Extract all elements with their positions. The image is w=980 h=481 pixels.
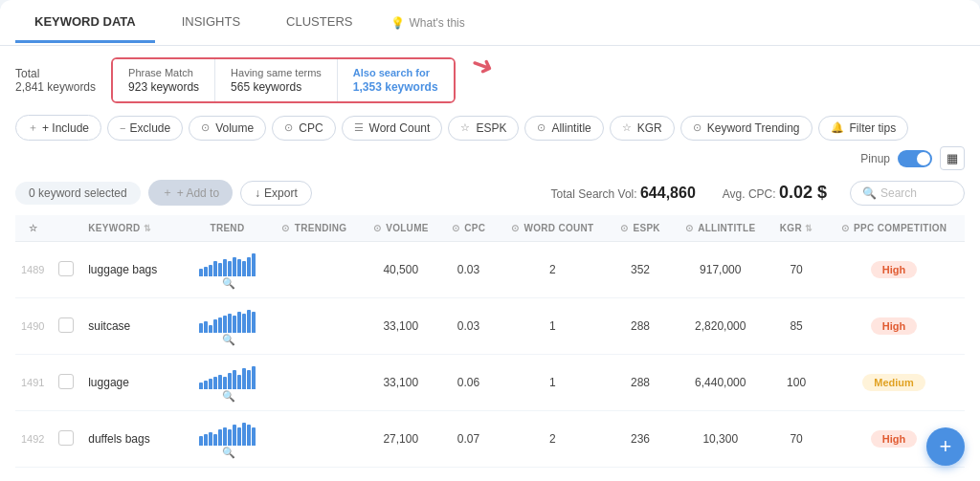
keyword-table-container: ☆ KEYWORD ⇅ TREND ⊙ TRENDING ⊙ VOLUME ⊙ … (15, 215, 965, 470)
add-to-button[interactable]: ＋ + Add to (148, 180, 233, 206)
row-trend: 🔍 (187, 298, 269, 355)
same-terms-box[interactable]: Having same terms 565 keywords (214, 59, 337, 101)
row-checkbox[interactable] (58, 430, 74, 446)
word-count-button[interactable]: ☰ Word Count (342, 116, 443, 141)
exclude-button[interactable]: − Exclude (107, 116, 183, 141)
competition-badge: High (871, 317, 917, 335)
col-cpc: ⊙ CPC (441, 215, 496, 242)
row-cpc: 0.06 (441, 355, 496, 411)
also-search-box[interactable]: Also search for 1,353 keywords (337, 59, 454, 101)
row-espk: 352 (610, 242, 672, 298)
row-trend: 🔍 (187, 468, 269, 470)
row-espk: 236 (610, 411, 672, 468)
row-trend: 🔍 (187, 242, 269, 298)
filter-tips-button[interactable]: 🔔 Filter tips (818, 116, 909, 141)
phrase-match-box[interactable]: Phrase Match 923 keywords (113, 59, 214, 101)
tab-bar: KEYWORD DATA INSIGHTS CLUSTERS 💡 What's … (0, 0, 980, 46)
cpc-button[interactable]: ⊙ CPC (272, 116, 335, 141)
table-row: 1490 suitcase 🔍 33,100 0.03 1 288 2,820,… (15, 298, 965, 355)
row-kgr: 70 (769, 242, 823, 298)
row-trend: 🔍 (187, 411, 269, 468)
red-arrow-annotation: ➜ (467, 47, 499, 84)
row-competition: High (823, 468, 965, 470)
fab-button[interactable]: + (926, 427, 965, 466)
row-checkbox[interactable] (58, 261, 74, 276)
sort-icon: ⇅ (144, 224, 151, 233)
action-bar: 0 keyword selected ＋ + Add to ↓ Export T… (15, 180, 965, 206)
same-terms-label: Having same terms (231, 67, 322, 78)
espk-col-icon: ⊙ (620, 223, 628, 233)
keyword-trending-button[interactable]: ⊙ Keyword Trending (680, 116, 813, 141)
row-trending (268, 411, 360, 468)
row-checkbox[interactable] (58, 317, 74, 333)
kgr-icon: ☆ (622, 121, 632, 134)
table-header-row: ☆ KEYWORD ⇅ TREND ⊙ TRENDING ⊙ VOLUME ⊙ … (15, 215, 965, 242)
row-word-count: 1 (496, 355, 610, 411)
selected-count-badge: 0 keyword selected (15, 182, 141, 205)
tab-keyword-data[interactable]: KEYWORD DATA (15, 3, 155, 43)
trend-bars (192, 362, 263, 389)
search-trend-icon[interactable]: 🔍 (222, 447, 235, 458)
pinup-toggle[interactable] (898, 150, 932, 167)
tab-insights[interactable]: INSIGHTS (163, 3, 259, 43)
toggle-knob (917, 152, 930, 165)
row-word-count: 1 (496, 298, 610, 355)
row-espk: 288 (610, 355, 672, 411)
espk-button[interactable]: ☆ ESPK (448, 116, 519, 141)
minus-icon: − (120, 122, 125, 134)
filter-icon: 🔔 (831, 121, 844, 134)
col-star: ☆ (15, 215, 50, 242)
trend-bars (192, 306, 263, 333)
export-icon: ↓ (255, 186, 260, 200)
search-trend-icon[interactable]: 🔍 (222, 334, 235, 345)
row-kgr: 100 (769, 355, 823, 411)
volume-button[interactable]: ⊙ Volume (189, 116, 266, 141)
trend-bars (192, 250, 263, 276)
total-section: Total 2,841 keywords (15, 67, 96, 94)
kgr-sort-icon: ⇅ (805, 224, 813, 233)
allintitle-col-icon: ⊙ (685, 223, 693, 233)
include-button[interactable]: ＋ + Include (15, 115, 101, 141)
search-box[interactable]: 🔍 Search (850, 181, 965, 206)
row-allintitle: 4,430 (671, 468, 769, 470)
col-volume: ⊙ VOLUME (361, 215, 441, 242)
table-row: 1493 trolly bags 🔍 27,100 0.03 2 236 4,4… (15, 468, 965, 470)
row-cpc: 0.07 (441, 411, 496, 468)
row-keyword: suitcase (82, 298, 186, 355)
col-ppc: ⊙ PPC COMPETITION (823, 215, 965, 242)
trending-col-icon: ⊙ (281, 223, 289, 233)
col-kgr: KGR ⇅ (769, 215, 823, 242)
row-allintitle: 6,440,000 (671, 355, 769, 411)
search-trend-icon[interactable]: 🔍 (222, 277, 235, 289)
trend-bars (192, 419, 263, 446)
tab-clusters[interactable]: CLUSTERS (267, 3, 371, 43)
app-container: KEYWORD DATA INSIGHTS CLUSTERS 💡 What's … (0, 0, 980, 481)
whats-this-link[interactable]: 💡 What's this (390, 16, 464, 30)
star-icon: ☆ (460, 121, 470, 134)
grid-view-button[interactable]: ▦ (940, 146, 965, 170)
total-label: Total (15, 67, 96, 80)
col-word-count: ⊙ WORD COUNT (496, 215, 610, 242)
search-trend-icon[interactable]: 🔍 (222, 390, 235, 402)
row-word-count: 2 (496, 468, 610, 470)
row-trend: 🔍 (187, 355, 269, 411)
phrase-match-count: 923 keywords (128, 80, 199, 94)
competition-badge: High (871, 430, 917, 448)
search-icon: 🔍 (862, 186, 877, 200)
row-word-count: 2 (496, 242, 610, 298)
row-checkbox-cell (50, 298, 82, 355)
summary-bar: Total 2,841 keywords Phrase Match 923 ke… (15, 57, 965, 103)
total-search-volume: Total Search Vol: 644,860 (551, 185, 696, 202)
row-num: 1490 (15, 298, 50, 355)
search-placeholder: Search (880, 186, 917, 200)
allintitle-button[interactable]: ⊙ Allintitle (524, 116, 603, 141)
row-checkbox-cell (50, 242, 82, 298)
kgr-button[interactable]: ☆ KGR (610, 116, 675, 141)
col-checkbox (50, 215, 82, 242)
col-espk: ⊙ ESPK (610, 215, 672, 242)
bulb-icon: 💡 (390, 16, 405, 30)
row-competition: High (823, 242, 965, 298)
average-cpc: Avg. CPC: 0.02 $ (723, 183, 827, 203)
row-checkbox[interactable] (58, 374, 74, 389)
export-button[interactable]: ↓ Export (240, 181, 312, 206)
